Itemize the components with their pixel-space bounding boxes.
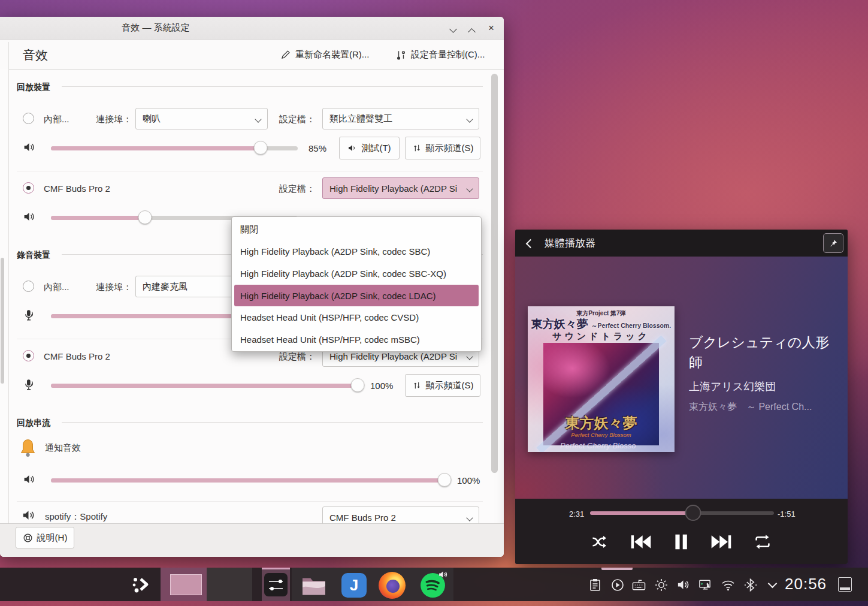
clock[interactable]: 20:56 [785, 575, 827, 593]
media-player-widget: 媒體播放器 東方Project 第7弾 東方妖々夢 ～Perfect Cherr… [515, 230, 848, 564]
task-file-manager[interactable] [301, 572, 327, 598]
bluetooth-tray-icon[interactable] [744, 578, 758, 592]
test-button[interactable]: 測試(T) [339, 137, 400, 159]
brightness-tray-icon[interactable] [654, 578, 668, 592]
menu-item[interactable]: 關閉 [234, 219, 479, 241]
help-button[interactable]: 說明(H) [16, 527, 74, 548]
slider-handle[interactable] [254, 141, 268, 155]
page-title: 音效 [23, 47, 48, 64]
pause-icon [673, 533, 689, 551]
next-button[interactable] [710, 533, 733, 550]
task-j-app[interactable]: J [341, 573, 367, 598]
transport-buttons [515, 524, 848, 560]
media-player-title: 媒體播放器 [545, 236, 595, 250]
profile-combobox-internal[interactable]: 類比立體聲雙工 [322, 108, 479, 129]
slider-handle[interactable] [138, 210, 152, 224]
seek-handle[interactable] [685, 505, 701, 521]
task-firefox[interactable] [378, 572, 406, 599]
updates-tray-icon[interactable] [698, 578, 712, 592]
show-desktop-icon [840, 587, 850, 590]
tray-expander-button[interactable] [766, 578, 779, 592]
volume-tray-icon[interactable] [676, 578, 690, 592]
speaker-icon [23, 210, 35, 223]
volume-control-button[interactable]: 設定音量控制(C)... [395, 46, 485, 64]
volume-settings-icon [395, 49, 407, 61]
port-label: 連接埠： [96, 114, 132, 125]
repeat-icon [753, 534, 772, 550]
volume-slider-internal[interactable] [51, 141, 298, 155]
maximize-button[interactable] [469, 26, 480, 36]
radio-buds-recording[interactable] [23, 350, 34, 361]
slider-handle[interactable] [438, 473, 452, 487]
shuffle-button[interactable] [591, 534, 609, 550]
port-value: 喇叭 [143, 113, 161, 125]
radio-internal-recording[interactable] [23, 281, 34, 292]
repeat-button[interactable] [753, 534, 772, 550]
show-desktop-button[interactable] [838, 577, 852, 592]
port-combobox[interactable]: 喇叭 [135, 108, 268, 129]
volume-percent: 100% [370, 381, 393, 391]
media-player-header: 媒體播放器 [515, 230, 848, 257]
keyboard-tray-icon[interactable] [632, 578, 646, 592]
sidebar-scrollbar[interactable] [1, 258, 4, 384]
help-label: 說明(H) [37, 532, 68, 544]
previous-button[interactable] [630, 533, 652, 550]
divider [17, 171, 483, 171]
speaker-icon [347, 143, 357, 153]
wifi-tray-icon[interactable] [721, 578, 735, 592]
task-systemsettings[interactable] [262, 568, 290, 601]
stream-name: 通知音效 [45, 442, 81, 454]
port-label: 連接埠： [96, 282, 132, 293]
radio-buds-playback[interactable] [23, 182, 34, 194]
stream-name: spotify：Spotify [45, 511, 107, 523]
media-player-tray-icon[interactable] [610, 578, 624, 592]
close-button[interactable]: × [488, 23, 499, 33]
menu-item-selected[interactable]: High Fidelity Playback (A2DP Sink, codec… [234, 285, 479, 307]
virtual-desktop-2[interactable] [207, 568, 252, 601]
profile-combobox-buds[interactable]: High Fidelity Playback (A2DP Si [322, 177, 479, 199]
minimize-button[interactable] [450, 23, 461, 33]
show-channels-button[interactable]: 顯示頻道(S) [405, 374, 480, 397]
speaker-icon [22, 508, 35, 522]
chevron-up-icon [468, 28, 476, 36]
device-name: 內部... [44, 114, 69, 125]
rename-devices-label: 重新命名裝置(R)... [295, 49, 369, 61]
volume-slider-notifications[interactable] [51, 473, 444, 487]
active-task-indicator [262, 568, 290, 569]
pause-button[interactable] [673, 533, 689, 551]
track-artist: 上海アリス幻樂団 [689, 379, 840, 394]
window-scrollbar[interactable] [491, 74, 498, 473]
titlebar[interactable]: 音效 — 系統設定 × [0, 17, 504, 40]
clipboard-tray-icon[interactable] [588, 578, 602, 592]
show-channels-button[interactable]: 顯示頻道(S) [405, 137, 480, 159]
track-album: 東方妖々夢 ～ Perfect Ch... [689, 401, 840, 414]
app-launcher-button[interactable] [129, 574, 153, 595]
menu-item[interactable]: Headset Head Unit (HSP/HFP, codec CVSD) [234, 306, 479, 328]
speaker-icon [23, 141, 35, 153]
section-rule [62, 86, 483, 87]
remaining-time: -1:51 [778, 509, 796, 518]
menu-item[interactable]: High Fidelity Playback (A2DP Sink, codec… [234, 241, 479, 263]
task-spotify[interactable] [419, 572, 446, 599]
art-inner-subtitle: Perfect Cherry Blossom [543, 432, 659, 438]
pin-button[interactable] [823, 233, 843, 253]
profile-value: High Fidelity Playback (A2DP Si [329, 351, 457, 361]
show-channels-label: 顯示頻道(S) [426, 143, 474, 154]
seek-slider[interactable] [590, 508, 774, 518]
menu-item[interactable]: High Fidelity Playback (A2DP Sink, codec… [234, 263, 479, 285]
taskbar: J [0, 568, 868, 601]
chevron-down-icon [466, 514, 473, 521]
volume-percent: 85% [309, 143, 326, 153]
systemsettings-icon [264, 573, 288, 596]
slider-handle[interactable] [351, 378, 365, 392]
device-value: CMF Buds Pro 2 [329, 512, 396, 523]
rename-devices-button[interactable]: 重新命名裝置(R)... [280, 46, 369, 64]
volume-slider-buds-rec[interactable] [51, 378, 358, 393]
back-button[interactable] [524, 237, 537, 250]
radio-internal-playback[interactable] [23, 113, 34, 124]
j-app-icon: J [341, 573, 367, 598]
active-applet-indicator [601, 568, 633, 570]
virtual-desktop-1[interactable] [161, 568, 207, 601]
menu-item[interactable]: Headset Head Unit (HSP/HFP, codec mSBC) [234, 328, 479, 351]
chevron-left-icon [525, 239, 535, 248]
